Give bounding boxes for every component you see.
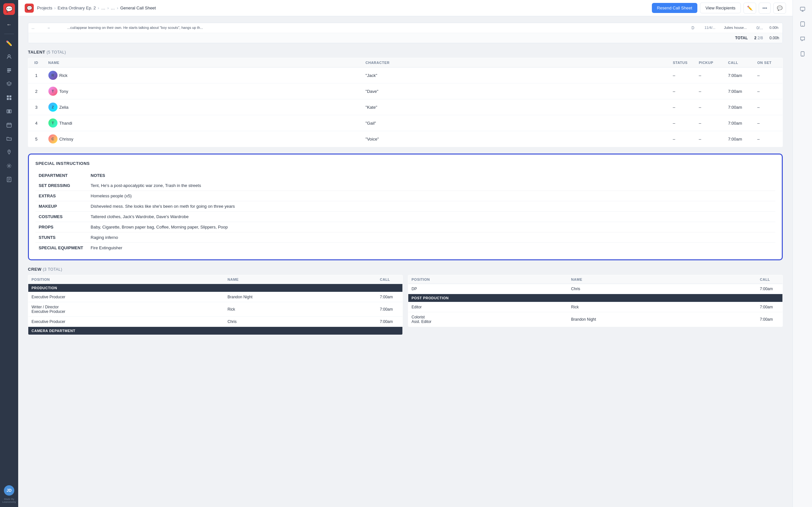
view-recipients-button[interactable]: View Recipients xyxy=(700,3,741,13)
talent-id: 5 xyxy=(28,131,45,147)
sidebar-user-icon[interactable] xyxy=(3,51,15,63)
more-options-button[interactable]: ••• xyxy=(759,3,771,14)
col-onset: ON SET xyxy=(754,58,783,67)
si-header-dept: DEPARTMENT xyxy=(36,170,87,180)
talent-avatar: R xyxy=(48,71,57,80)
crew-dept-label: PRODUCTION xyxy=(28,284,403,292)
sidebar-back-icon[interactable]: ← xyxy=(3,19,15,31)
si-dept: SPECIAL EQUIPMENT xyxy=(36,243,87,253)
sidebar-location-icon[interactable] xyxy=(3,147,15,158)
sidebar-layers-icon[interactable] xyxy=(3,78,15,90)
talent-character: "Voice" xyxy=(361,131,669,147)
talent-id: 4 xyxy=(28,115,45,131)
crew-call: 7:00am xyxy=(377,317,403,327)
topbar: 💬 Projects › Extra Ordinary Ep. 2 › … › … xyxy=(18,0,793,16)
svg-point-12 xyxy=(10,112,11,112)
sidebar-settings-icon[interactable] xyxy=(3,160,15,172)
partial-scene-table: ... – ...cut/appear learning on their ow… xyxy=(28,23,783,43)
crew-name: Chris xyxy=(224,317,377,327)
right-tablet-icon[interactable] xyxy=(797,18,808,30)
breadcrumb: 💬 Projects › Extra Ordinary Ep. 2 › … › … xyxy=(25,4,156,13)
crew-dept-row: PRODUCTION xyxy=(28,284,403,292)
sidebar-book-icon[interactable] xyxy=(3,174,15,185)
talent-name: Rick xyxy=(59,73,67,78)
talent-avatar: Z xyxy=(48,103,57,112)
right-chat-icon[interactable] xyxy=(797,33,808,45)
breadcrumb-projects[interactable]: Projects xyxy=(37,5,52,10)
svg-point-18 xyxy=(9,151,10,152)
user-avatar[interactable]: JD xyxy=(4,485,14,496)
left-sidebar: 💬 ← ✏️ JD Made By Leanometry xyxy=(0,0,18,507)
talent-table: ID NAME CHARACTER STATUS PICKUP CALL ON … xyxy=(28,58,783,147)
chat-button[interactable]: 💬 xyxy=(773,3,786,14)
breadcrumb-episode[interactable]: Extra Ordinary Ep. 2 xyxy=(57,5,96,10)
talent-name: Zelia xyxy=(59,105,68,110)
si-row: COSTUMES Tattered clothes, Jack's Wardro… xyxy=(36,212,775,222)
si-dept: MAKEUP xyxy=(36,201,87,212)
special-instructions-box: SPECIAL INSTRUCTIONS DEPARTMENT NOTES SE… xyxy=(28,154,783,260)
svg-point-11 xyxy=(10,110,11,111)
sidebar-edit-icon[interactable]: ✏️ xyxy=(3,37,15,49)
talent-table-row: 5 C Chrissy "Voice" – – 7:00am – xyxy=(28,131,783,147)
talent-character: "Kate" xyxy=(361,99,669,115)
sidebar-folder-icon[interactable] xyxy=(3,133,15,145)
si-row: STUNTS Raging inferno xyxy=(36,232,775,243)
talent-name-cell: T Tony xyxy=(45,83,362,99)
si-table: DEPARTMENT NOTES SET DRESSING Tent, He's… xyxy=(36,170,775,253)
crew-name: Rick xyxy=(224,302,377,317)
breadcrumb-current: General Call Sheet xyxy=(120,5,156,10)
right-monitor-icon[interactable] xyxy=(797,3,808,15)
talent-name-cell: T Thandi xyxy=(45,115,362,131)
talent-call: 7:00am xyxy=(724,115,754,131)
right-mobile-icon[interactable] xyxy=(797,48,808,60)
talent-onset: – xyxy=(754,131,783,147)
talent-pickup: – xyxy=(695,83,724,99)
crew-left-header: POSITION NAME CALL xyxy=(28,275,403,284)
sidebar-film-icon[interactable] xyxy=(3,106,15,117)
svg-rect-3 xyxy=(7,72,10,72)
talent-status: – xyxy=(669,83,695,99)
talent-call: 7:00am xyxy=(724,67,754,83)
svg-rect-1 xyxy=(7,68,11,69)
crew-name: Brandon Night xyxy=(568,312,756,327)
crew-col-position: POSITION xyxy=(28,275,224,284)
crew-right-col-position: POSITION xyxy=(408,275,568,284)
talent-name: Thandi xyxy=(59,121,72,126)
crew-right: POSITION NAME CALL DP Chris 7:00am POST … xyxy=(408,275,783,327)
edit-icon-button[interactable]: ✏️ xyxy=(744,3,756,14)
talent-onset: – xyxy=(754,115,783,131)
col-character: CHARACTER xyxy=(361,58,669,67)
talent-pickup: – xyxy=(695,67,724,83)
si-dept: PROPS xyxy=(36,222,87,232)
crew-position: Editor xyxy=(408,302,568,312)
talent-onset: – xyxy=(754,99,783,115)
svg-rect-5 xyxy=(9,96,11,97)
made-by-label: Made By Leanometry xyxy=(2,498,16,504)
breadcrumb-dots2: … xyxy=(111,5,115,10)
content-area: ... – ...cut/appear learning on their ow… xyxy=(18,16,793,507)
crew-col-name: NAME xyxy=(224,275,377,284)
crew-section: POSITION NAME CALL PRODUCTION Executive … xyxy=(28,275,783,335)
crew-name: Rick xyxy=(568,302,756,312)
si-dept: STUNTS xyxy=(36,232,87,243)
svg-point-19 xyxy=(8,165,10,167)
crew-position: DP xyxy=(408,284,568,294)
resend-callsheet-button[interactable]: Resend Call Sheet xyxy=(652,3,697,13)
app-logo: 💬 xyxy=(3,3,15,15)
right-panel xyxy=(793,0,812,507)
crew-call: 7:00am xyxy=(757,284,783,294)
talent-table-row: 1 R Rick "Jack" – – 7:00am – xyxy=(28,67,783,83)
si-note: Tattered clothes, Jack's Wardrobe, Dave'… xyxy=(87,212,775,222)
talent-character: "Jack" xyxy=(361,67,669,83)
sidebar-calendar-icon[interactable] xyxy=(3,119,15,131)
sidebar-grid-icon[interactable] xyxy=(3,92,15,104)
talent-section-header: TALENT (5 Total) xyxy=(28,50,783,55)
si-row: PROPS Baby, Cigarette, Brown paper bag, … xyxy=(36,222,775,232)
talent-avatar: T xyxy=(48,87,57,96)
crew-name: Brandon Night xyxy=(224,292,377,302)
talent-table-header-row: ID NAME CHARACTER STATUS PICKUP CALL ON … xyxy=(28,58,783,67)
si-row: MAKEUP Disheveled mess. She looks like s… xyxy=(36,201,775,212)
talent-name-cell: C Chrissy xyxy=(45,131,362,147)
crew-col-call: CALL xyxy=(377,275,403,284)
sidebar-pages-icon[interactable] xyxy=(3,65,15,76)
